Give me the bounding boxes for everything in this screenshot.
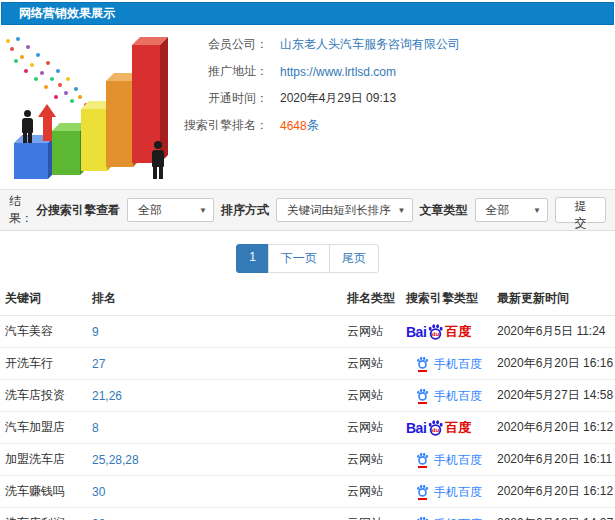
rank-cell: 21,26 bbox=[88, 380, 343, 412]
illustration-bar-yellow bbox=[81, 109, 107, 171]
baidu-pc-logo: Bai du 百度 bbox=[406, 323, 471, 340]
updated-cell: 2020年6月5日 11:24 bbox=[493, 316, 615, 348]
keyword-cell: 开洗车行 bbox=[0, 348, 88, 380]
rank-link[interactable]: 21,26 bbox=[92, 389, 122, 403]
rank-type-cell: 云网站 bbox=[343, 316, 402, 348]
col-engine-type: 搜索引擎类型 bbox=[402, 282, 493, 316]
baidu-mobile-logo: 手机百度 bbox=[416, 388, 482, 404]
svg-text:du: du bbox=[432, 331, 440, 337]
rank-type-cell: 云网站 bbox=[343, 380, 402, 412]
rank-type-cell: 云网站 bbox=[343, 508, 402, 520]
baidu-mobile-logo: 手机百度 bbox=[416, 452, 482, 468]
keyword-cell: 洗车店利润 bbox=[0, 508, 88, 520]
rank-link[interactable]: 30 bbox=[92, 485, 105, 499]
mobile-baidu-paw-icon bbox=[416, 452, 429, 468]
engine-cell: Bai du 百度 bbox=[402, 316, 493, 348]
engine-filter-value: 全部 bbox=[138, 202, 162, 219]
info-row-ranking-count: 搜索引擎排名： 4648 条 bbox=[182, 112, 615, 139]
mobile-baidu-paw-icon bbox=[416, 388, 429, 404]
rank-link[interactable]: 30 bbox=[92, 517, 105, 520]
keyword-cell: 汽车美容 bbox=[0, 316, 88, 348]
updated-cell: 2020年6月20日 16:11 bbox=[493, 444, 615, 476]
page-title: 网络营销效果展示 bbox=[19, 5, 115, 22]
open-time-label: 开通时间： bbox=[182, 90, 268, 107]
ranking-count-label: 搜索引擎排名： bbox=[182, 117, 268, 134]
pagination-last-button[interactable]: 尾页 bbox=[329, 244, 379, 273]
engine-cell: 手机百度 bbox=[402, 444, 493, 476]
company-name-link[interactable]: 山东老人头汽车服务咨询有限公司 bbox=[280, 36, 460, 53]
submit-button[interactable]: 提交 bbox=[555, 197, 606, 223]
baidu-mobile-logo: 手机百度 bbox=[416, 356, 482, 372]
promo-url-link[interactable]: https://www.lrtlsd.com bbox=[280, 65, 396, 79]
baidu-paw-icon: du bbox=[427, 323, 444, 340]
company-info-panel: 会员公司： 山东老人头汽车服务咨询有限公司 推广地址： https://www.… bbox=[182, 25, 615, 189]
col-rank-type: 排名类型 bbox=[343, 282, 402, 316]
baidu-pc-logo: Bai du 百度 bbox=[406, 419, 471, 436]
baidu-mobile-logo: 手机百度 bbox=[416, 516, 482, 520]
sort-value: 关键词由短到长排序 bbox=[287, 203, 391, 218]
keyword-cell: 加盟洗车店 bbox=[0, 444, 88, 476]
mobile-baidu-paw-icon bbox=[416, 484, 429, 500]
article-type-value: 全部 bbox=[486, 202, 510, 219]
svg-text:du: du bbox=[432, 427, 440, 433]
ranking-count-number: 4648 bbox=[280, 119, 307, 133]
table-row: 开洗车行 27 云网站 手机百度 bbox=[0, 348, 615, 380]
red-underline bbox=[418, 498, 427, 500]
rank-type-cell: 云网站 bbox=[343, 412, 402, 444]
businessman-figure-left bbox=[20, 110, 34, 143]
table-row: 汽车美容 9 云网站 Bai du 百度 2020年6 bbox=[0, 316, 615, 348]
keyword-cell: 洗车赚钱吗 bbox=[0, 476, 88, 508]
engine-cell: Bai du 百度 bbox=[402, 412, 493, 444]
rank-type-cell: 云网站 bbox=[343, 476, 402, 508]
businessman-figure-right bbox=[150, 141, 166, 179]
article-type-select[interactable]: 全部 ▼ bbox=[475, 198, 549, 222]
rank-cell: 25,28,28 bbox=[88, 444, 343, 476]
rank-link[interactable]: 9 bbox=[92, 325, 99, 339]
table-row: 洗车店投资 21,26 云网站 手机百度 bbox=[0, 380, 615, 412]
ranking-count-unit-link[interactable]: 条 bbox=[307, 117, 319, 134]
red-underline bbox=[418, 402, 427, 404]
table-row: 洗车赚钱吗 30 云网站 手机百度 bbox=[0, 476, 615, 508]
rank-cell: 27 bbox=[88, 348, 343, 380]
illustration-bar-blue bbox=[14, 143, 48, 179]
keyword-cell: 汽车加盟店 bbox=[0, 412, 88, 444]
rank-type-cell: 云网站 bbox=[343, 348, 402, 380]
col-rank: 排名 bbox=[88, 282, 343, 316]
updated-cell: 2020年6月20日 16:16 bbox=[493, 348, 615, 380]
updated-cell: 2020年6月20日 16:12 bbox=[493, 412, 615, 444]
col-updated: 最新更新时间 bbox=[493, 282, 615, 316]
up-arrow-icon bbox=[38, 101, 57, 141]
article-type-label: 文章类型 bbox=[420, 202, 468, 219]
sort-select[interactable]: 关键词由短到长排序 ▼ bbox=[276, 198, 413, 222]
table-header-row: 关键词 排名 排名类型 搜索引擎类型 最新更新时间 bbox=[0, 282, 615, 316]
results-table: 关键词 排名 排名类型 搜索引擎类型 最新更新时间 汽车美容 9 云网站 Bai bbox=[0, 282, 615, 520]
pagination-page-1[interactable]: 1 bbox=[236, 244, 269, 273]
updated-cell: 2020年6月18日 14:27 bbox=[493, 508, 615, 520]
engine-cell: 手机百度 bbox=[402, 380, 493, 412]
engine-cell: 手机百度 bbox=[402, 348, 493, 380]
chevron-down-icon: ▼ bbox=[533, 206, 541, 215]
company-label: 会员公司： bbox=[182, 36, 268, 53]
engine-cell: 手机百度 bbox=[402, 476, 493, 508]
mobile-baidu-paw-icon bbox=[416, 356, 429, 372]
engine-filter-label: 分搜索引擎查看 bbox=[36, 202, 120, 219]
growth-bar-chart-illustration bbox=[0, 25, 182, 189]
engine-cell: 手机百度 bbox=[402, 508, 493, 520]
rank-link[interactable]: 27 bbox=[92, 357, 105, 371]
info-row-open-time: 开通时间： 2020年4月29日 09:13 bbox=[182, 85, 615, 112]
rank-link[interactable]: 25,28,28 bbox=[92, 453, 139, 467]
open-time-value: 2020年4月29日 09:13 bbox=[280, 90, 396, 107]
pagination: 1 下一页 尾页 bbox=[0, 244, 615, 273]
updated-cell: 2020年5月27日 14:58 bbox=[493, 380, 615, 412]
promo-url-label: 推广地址： bbox=[182, 63, 268, 80]
chevron-down-icon: ▼ bbox=[199, 206, 207, 215]
engine-filter-select[interactable]: 全部 ▼ bbox=[127, 198, 214, 222]
keyword-cell: 洗车店投资 bbox=[0, 380, 88, 412]
baidu-mobile-logo: 手机百度 bbox=[416, 484, 482, 500]
red-underline bbox=[418, 370, 427, 372]
rank-link[interactable]: 8 bbox=[92, 421, 99, 435]
rank-cell: 8 bbox=[88, 412, 343, 444]
info-row-url: 推广地址： https://www.lrtlsd.com bbox=[182, 58, 615, 85]
table-row: 加盟洗车店 25,28,28 云网站 手机百度 bbox=[0, 444, 615, 476]
pagination-next-button[interactable]: 下一页 bbox=[268, 244, 330, 273]
